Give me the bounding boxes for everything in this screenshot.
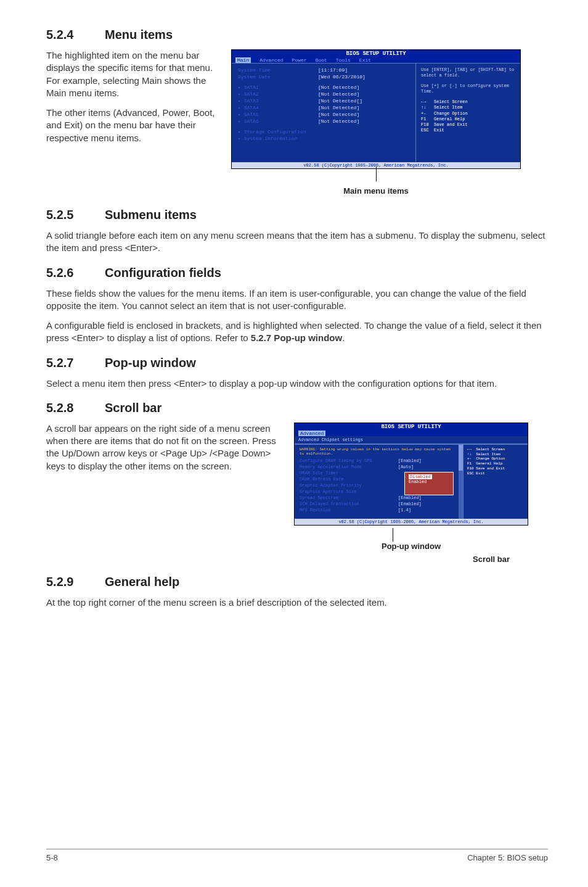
bios2-footer: v02.58 (C)Copyright 1985-2006, American … [295, 519, 528, 525]
tab-exit: Exit [359, 57, 371, 63]
tab-advanced-2: Advanced [298, 431, 325, 436]
tab-advanced: Advanced [259, 57, 283, 63]
section-menu-items: 5.2.4Menu items The highlighted item on … [46, 28, 548, 196]
bios2-tabs: Advanced [295, 431, 528, 436]
bios1-tabs: Main Advanced Power Boot Tools Exit [232, 57, 520, 63]
section-submenu-items: 5.2.5Submenu items A solid triangle befo… [46, 208, 548, 255]
tab-tools: Tools [336, 57, 351, 63]
para-529: At the top right corner of the menu scre… [46, 596, 548, 609]
section-configuration-fields: 5.2.6Configuration fields These fields s… [46, 266, 548, 345]
heading-525: 5.2.5Submenu items [46, 208, 548, 222]
page-footer: 5-8 Chapter 5: BIOS setup [46, 849, 548, 862]
para-527: Select a menu item then press <Enter> to… [46, 377, 548, 390]
para-528: A scroll bar appears on the right side o… [46, 423, 280, 472]
section-scroll-bar: 5.2.8Scroll bar A scroll bar appears on … [46, 401, 548, 564]
section-general-help: 5.2.9General help At the top right corne… [46, 575, 548, 609]
caption-scroll-bar: Scroll bar [294, 555, 528, 564]
bios1-help-panel: Use [ENTER], [TAB] or [SHIFT-TAB] to sel… [415, 64, 520, 162]
tab-power: Power [292, 57, 307, 63]
popup-options: Disabled Enabled [404, 472, 454, 495]
bios1-left-panel: System Time[11:17:09] System Date[Wed 06… [232, 64, 415, 162]
heading-528: 5.2.8Scroll bar [46, 401, 548, 415]
heading-526: 5.2.6Configuration fields [46, 266, 548, 280]
heading-529: 5.2.9General help [46, 575, 548, 589]
caption-main-menu-items: Main menu items [231, 186, 521, 196]
para-525: A solid triangle before each item on any… [46, 229, 548, 255]
chapter-label: Chapter 5: BIOS setup [467, 853, 548, 862]
para-526-2: A configurable field is enclosed in brac… [46, 320, 548, 345]
para-526-1: These fields show the values for the men… [46, 287, 548, 313]
para-524-2: The other items (Advanced, Power, Boot, … [46, 107, 219, 144]
bios-screenshot-2: BIOS SETUP UTILITY Advanced Advanced Chi… [294, 423, 528, 564]
heading-524: 5.2.4Menu items [46, 28, 548, 42]
tab-boot: Boot [316, 57, 327, 63]
bios-screenshot-1: BIOS SETUP UTILITY Main Advanced Power B… [231, 49, 521, 196]
page-number: 5-8 [46, 853, 58, 862]
bios2-subtitle: Advanced Chipset settings [295, 436, 528, 444]
tab-main: Main [235, 57, 251, 63]
scrollbar-icon [459, 445, 463, 519]
section-popup-window: 5.2.7Pop-up window Select a menu item th… [46, 356, 548, 390]
bios2-help-panel: ←→ Select Screen ↑↓ Select Item +- Chang… [463, 445, 528, 519]
bios1-title: BIOS SETUP UTILITY [232, 50, 520, 57]
caption-popup-window: Pop-up window [294, 542, 528, 551]
bios2-title: BIOS SETUP UTILITY [295, 423, 528, 431]
heading-527: 5.2.7Pop-up window [46, 356, 548, 370]
para-524-1: The highlighted item on the menu bar dis… [46, 49, 219, 99]
bios2-left-panel: WARNING: Setting wrong values in the sec… [295, 445, 459, 519]
